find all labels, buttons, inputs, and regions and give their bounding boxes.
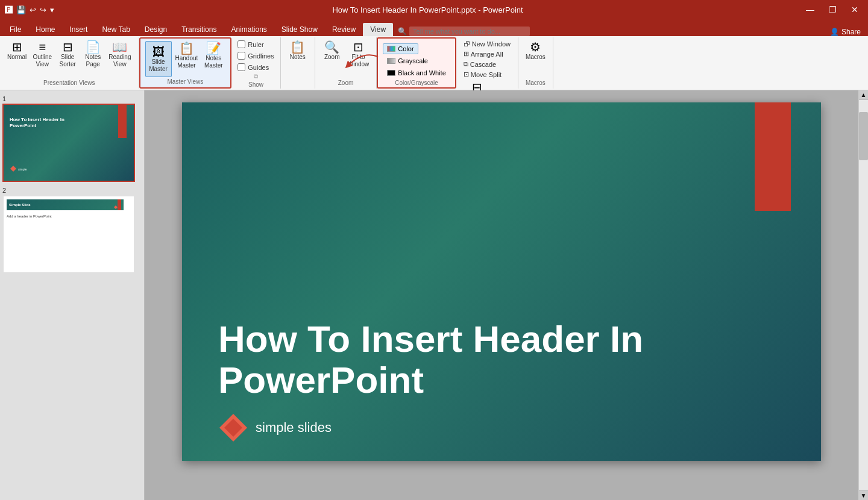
move-split-button[interactable]: ⊡ Move Split <box>461 70 504 79</box>
outline-label: OutlineView <box>33 54 52 68</box>
new-window-icon: 🗗 <box>464 40 470 48</box>
tab-transitions[interactable]: Transitions <box>174 23 224 36</box>
zoom-content: 🔍 Zoom ⊡ Fit toWindow <box>320 40 372 78</box>
slide-logo-area: simple slides <box>218 413 332 443</box>
notes-master-icon: 📝 <box>206 42 221 54</box>
slide-master-label: SlideMaster <box>149 58 168 73</box>
move-split-icon: ⊡ <box>464 70 469 78</box>
minimize-button[interactable]: — <box>801 4 819 16</box>
ribbon-group-presentation-views: ⊞ Normal ≡ OutlineView ⊟ SlideSorter 📄 N… <box>0 37 139 89</box>
scroll-down-button[interactable]: ▼ <box>859 490 868 500</box>
guides-input[interactable] <box>237 63 245 71</box>
show-expand-icon[interactable]: ⧉ <box>254 73 258 80</box>
color-grayscale-label: Color/Grayscale <box>395 80 438 86</box>
handout-master-button[interactable]: 📋 HandoutMaster <box>173 41 201 70</box>
slide-num-1: 1 <box>2 95 142 102</box>
outline-icon: ≡ <box>39 41 46 53</box>
notes-master-button[interactable]: 📝 NotesMaster <box>201 41 225 70</box>
scroll-up-button[interactable]: ▲ <box>859 90 868 100</box>
grayscale-button[interactable]: Grayscale <box>383 55 432 66</box>
reading-view-icon: 📖 <box>112 41 127 53</box>
reading-view-button[interactable]: 📖 ReadingView <box>106 40 133 69</box>
ruler-checkbox[interactable]: Ruler <box>236 40 265 49</box>
notes-master-label: NotesMaster <box>204 55 223 69</box>
tell-me-input[interactable] <box>409 27 530 36</box>
zoom-label: Zoom <box>324 54 340 61</box>
tab-file[interactable]: File <box>2 23 28 36</box>
main-area: 1 How To Insert Header In PowerPoint sim… <box>0 90 868 500</box>
outline-view-button[interactable]: ≡ OutlineView <box>30 40 54 69</box>
tab-animations[interactable]: Animations <box>224 23 274 36</box>
workspace: How To Insert Header In PowerPoint simpl… <box>145 90 858 500</box>
cascade-button[interactable]: ⧉ Cascade <box>461 60 498 69</box>
tab-design[interactable]: Design <box>137 23 174 36</box>
notes-button[interactable]: 📋 Notes <box>286 40 310 62</box>
logo-svg <box>218 413 248 443</box>
window-title: How To Insert Header In PowerPoint.pptx … <box>54 5 801 14</box>
guides-checkbox[interactable]: Guides <box>236 63 270 72</box>
normal-view-button[interactable]: ⊞ Normal <box>5 40 29 62</box>
scroll-thumb[interactable] <box>859 112 868 160</box>
macros-group-label: Macros <box>526 80 546 86</box>
ribbon-group-macros: ⚙ Macros Macros <box>518 37 553 89</box>
zoom-button[interactable]: 🔍 Zoom <box>320 40 344 62</box>
color-grayscale-content: Color Grayscale Black and White <box>383 41 450 78</box>
notes-page-button[interactable]: 📄 NotesPage <box>81 40 105 69</box>
title-bar: 🅿 💾 ↩ ↪ ▾ How To Insert Header In PowerP… <box>0 0 868 19</box>
new-window-button[interactable]: 🗗 New Window <box>461 40 513 48</box>
ribbon-group-show: Ruler Gridlines Guides ⧉ Show <box>231 37 280 89</box>
tab-insert[interactable]: Insert <box>62 23 95 36</box>
undo-icon[interactable]: ↩ <box>30 5 36 14</box>
color-button[interactable]: Color <box>383 43 418 54</box>
show-label: Show <box>248 81 263 88</box>
save-icon[interactable]: 💾 <box>16 5 26 14</box>
notes-page-icon: 📄 <box>86 41 101 53</box>
customize-icon[interactable]: ▾ <box>50 5 54 14</box>
arrange-all-button[interactable]: ⊞ Arrange All <box>461 49 506 58</box>
slide-master-button[interactable]: 🖼 SlideMaster <box>145 41 172 77</box>
slide-red-accent-1 <box>118 105 127 138</box>
tab-newtab[interactable]: New Tab <box>95 23 137 36</box>
slide-thumb-1[interactable]: 1 How To Insert Header In PowerPoint sim… <box>2 95 142 182</box>
close-button[interactable]: ✕ <box>846 4 863 16</box>
cascade-icon: ⧉ <box>464 60 468 68</box>
grayscale-swatch <box>387 58 395 64</box>
tab-review[interactable]: Review <box>325 23 363 36</box>
macros-label: Macros <box>526 54 546 61</box>
redo-icon[interactable]: ↪ <box>40 5 46 14</box>
gridlines-checkbox[interactable]: Gridlines <box>236 51 275 60</box>
slide-panel: 1 How To Insert Header In PowerPoint sim… <box>0 90 145 500</box>
scroll-track <box>859 100 868 490</box>
share-button[interactable]: 👤 Share <box>825 28 866 36</box>
notes-icon: 📋 <box>290 41 305 53</box>
tab-view[interactable]: View <box>363 23 393 36</box>
slide-red-accent-main <box>755 102 791 211</box>
slide-thumb-logo-1: simple slides <box>10 164 28 175</box>
macros-icon: ⚙ <box>530 41 541 53</box>
restore-button[interactable]: ❐ <box>824 4 841 16</box>
fit-window-label: Fit toWindow <box>348 54 370 68</box>
scrollbar[interactable]: ▲ ▼ <box>858 90 868 500</box>
fit-window-icon: ⊡ <box>353 41 363 53</box>
bw-button[interactable]: Black and White <box>383 67 450 78</box>
arrange-all-icon: ⊞ <box>464 50 469 58</box>
slide-thumb-body-2: Add a header in PowerPoint <box>7 214 52 218</box>
tab-slideshow[interactable]: Slide Show <box>274 23 325 36</box>
tab-home[interactable]: Home <box>28 23 62 36</box>
ribbon: ⊞ Normal ≡ OutlineView ⊟ SlideSorter 📄 N… <box>0 36 868 90</box>
macros-button[interactable]: ⚙ Macros <box>523 40 548 62</box>
reading-view-label: ReadingView <box>108 54 131 68</box>
gridlines-input[interactable] <box>237 52 245 60</box>
ribbon-group-master-views: 🖼 SlideMaster 📋 HandoutMaster 📝 NotesMas… <box>139 37 232 89</box>
ruler-input[interactable] <box>237 40 245 48</box>
bw-label: Black and White <box>398 69 445 77</box>
logo-text: simple slides <box>256 420 332 436</box>
slide-sorter-button[interactable]: ⊟ SlideSorter <box>55 40 80 69</box>
grayscale-label: Grayscale <box>398 57 428 64</box>
slide-thumb-2[interactable]: 2 Simple Slide Add a header in PowerPoin… <box>2 187 142 273</box>
zoom-icon: 🔍 <box>324 41 339 53</box>
bw-swatch <box>387 70 395 76</box>
fit-window-button[interactable]: ⊡ Fit toWindow <box>345 40 372 69</box>
presentation-views-label: Presentation Views <box>43 80 95 86</box>
ribbon-group-zoom: 🔍 Zoom ⊡ Fit toWindow Zoom <box>315 37 377 89</box>
